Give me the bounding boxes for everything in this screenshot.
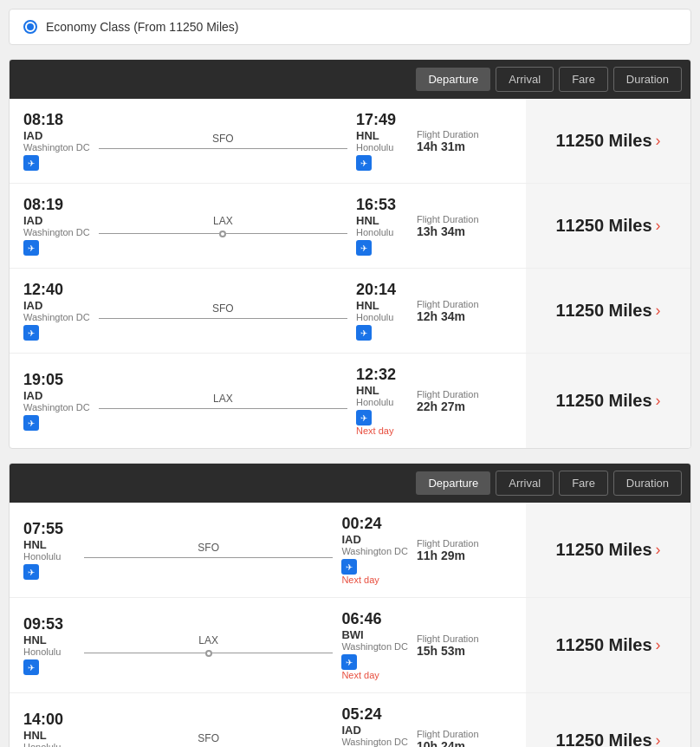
duration-time: 22h 27m xyxy=(417,399,503,413)
airline-icon-arr xyxy=(341,654,357,670)
airline-icon-arr xyxy=(356,155,372,171)
duration-label: Flight Duration xyxy=(417,299,503,309)
duration-label: Flight Duration xyxy=(417,729,503,739)
miles-value: 11250 Miles xyxy=(555,216,651,236)
dep-city: Washington DC xyxy=(23,402,90,412)
miles-block[interactable]: 11250 Miles › xyxy=(526,184,690,268)
miles-block[interactable]: 11250 Miles › xyxy=(526,354,690,448)
arr-time: 12:32 xyxy=(356,366,408,384)
flight-info: 19:05 IAD Washington DC LAX 12:32 HNL Ho… xyxy=(10,354,526,448)
miles-block[interactable]: 11250 Miles › xyxy=(526,269,690,353)
arrival-block: 05:24 IAD Washington DC Next day xyxy=(341,705,408,747)
miles-value: 11250 Miles xyxy=(555,731,651,747)
miles-block[interactable]: 11250 Miles › xyxy=(526,693,690,747)
next-day-badge: Next day xyxy=(341,575,408,585)
dep-time: 07:55 xyxy=(23,520,75,538)
route-middle: SFO xyxy=(90,302,356,319)
sort-btn-duration[interactable]: Duration xyxy=(613,471,682,496)
arr-code: IAD xyxy=(341,724,408,737)
airline-icon-dep xyxy=(23,240,39,256)
miles-value: 11250 Miles xyxy=(555,301,651,321)
arr-time: 20:14 xyxy=(356,281,408,299)
route-middle: SFO xyxy=(75,542,341,558)
miles-arrow-icon: › xyxy=(656,302,661,320)
arrival-block: 12:32 HNL Honolulu Next day xyxy=(356,366,408,436)
arr-city: Honolulu xyxy=(356,227,408,237)
next-day-badge: Next day xyxy=(341,670,408,680)
duration-block: Flight Duration 22h 27m xyxy=(408,389,512,413)
sort-btn-fare[interactable]: Fare xyxy=(559,67,608,92)
departure-block: 19:05 IAD Washington DC xyxy=(23,371,90,431)
dep-code: HNL xyxy=(23,633,75,646)
via-airport: SFO xyxy=(212,133,234,145)
dep-time: 08:18 xyxy=(23,111,90,129)
flight-row: 07:55 HNL Honolulu SFO 00:24 IAD Washing… xyxy=(10,503,690,598)
flight-row: 12:40 IAD Washington DC SFO 20:14 HNL Ho… xyxy=(10,269,690,354)
flight-row: 08:19 IAD Washington DC LAX 16:53 HNL Ho… xyxy=(10,184,690,269)
duration-label: Flight Duration xyxy=(417,129,503,140)
duration-time: 10h 24m xyxy=(417,739,503,748)
arr-code: HNL xyxy=(356,214,408,227)
departure-block: 14:00 HNL Honolulu xyxy=(23,711,75,747)
duration-label: Flight Duration xyxy=(417,214,503,224)
flight-info: 08:19 IAD Washington DC LAX 16:53 HNL Ho… xyxy=(10,184,526,268)
flight-info: 14:00 HNL Honolulu SFO 05:24 IAD Washing… xyxy=(10,693,526,747)
section-header: DepartureArrivalFareDuration xyxy=(10,464,690,503)
via-airport: SFO xyxy=(212,302,234,315)
departure-block: 07:55 HNL Honolulu xyxy=(23,520,75,580)
dep-city: Washington DC xyxy=(23,227,90,237)
airline-icon-arr xyxy=(356,325,372,341)
miles-arrow-icon: › xyxy=(656,217,661,235)
route-line-full xyxy=(99,318,347,319)
miles-block[interactable]: 11250 Miles › xyxy=(526,99,690,183)
arr-time: 05:24 xyxy=(341,705,408,724)
sort-btn-arrival[interactable]: Arrival xyxy=(496,471,554,496)
dep-time: 12:40 xyxy=(23,281,90,299)
miles-value: 11250 Miles xyxy=(555,540,651,560)
duration-label: Flight Duration xyxy=(417,538,503,549)
route-middle: LAX xyxy=(75,634,341,657)
arr-city: Honolulu xyxy=(356,397,408,407)
sort-btn-departure[interactable]: Departure xyxy=(416,68,490,91)
route-line xyxy=(99,231,347,237)
economy-radio[interactable] xyxy=(23,20,37,34)
dep-time: 19:05 xyxy=(23,371,90,389)
sort-btn-arrival[interactable]: Arrival xyxy=(496,67,554,92)
duration-block: Flight Duration 11h 29m xyxy=(408,538,512,562)
sort-btn-fare[interactable]: Fare xyxy=(559,471,608,496)
economy-class-bar[interactable]: Economy Class (From 11250 Miles) xyxy=(9,9,691,45)
route-line-full xyxy=(99,148,347,149)
miles-block[interactable]: 11250 Miles › xyxy=(526,503,690,597)
arr-time: 16:53 xyxy=(356,196,408,214)
arr-city: Honolulu xyxy=(356,312,408,322)
flight-info: 08:18 IAD Washington DC SFO 17:49 HNL Ho… xyxy=(10,99,526,183)
via-airport: LAX xyxy=(213,393,233,405)
next-day-badge: Next day xyxy=(356,425,408,436)
departure-block: 08:18 IAD Washington DC xyxy=(23,111,90,171)
line-left xyxy=(84,653,205,653)
dep-code: IAD xyxy=(23,214,90,227)
dep-code: IAD xyxy=(23,389,90,402)
arr-time: 17:49 xyxy=(356,111,408,129)
line-right xyxy=(226,233,347,234)
duration-time: 13h 34m xyxy=(417,224,503,238)
airline-icon-dep xyxy=(23,659,39,675)
departure-block: 08:19 IAD Washington DC xyxy=(23,196,90,256)
miles-block[interactable]: 11250 Miles › xyxy=(526,598,690,692)
miles-value: 11250 Miles xyxy=(555,131,651,151)
sort-btn-departure[interactable]: Departure xyxy=(416,471,490,495)
arr-code: BWI xyxy=(341,628,408,641)
dep-time: 14:00 xyxy=(23,711,75,729)
duration-block: Flight Duration 14h 31m xyxy=(408,129,512,153)
arr-city: Honolulu xyxy=(356,142,408,153)
section-header: DepartureArrivalFareDuration xyxy=(10,60,690,99)
duration-time: 14h 31m xyxy=(417,140,503,153)
sort-btn-duration[interactable]: Duration xyxy=(613,67,682,92)
duration-block: Flight Duration 10h 24m xyxy=(408,729,512,748)
flight-row: 08:18 IAD Washington DC SFO 17:49 HNL Ho… xyxy=(10,99,690,184)
flight-row: 19:05 IAD Washington DC LAX 12:32 HNL Ho… xyxy=(10,354,690,448)
flight-row: 14:00 HNL Honolulu SFO 05:24 IAD Washing… xyxy=(10,693,690,747)
via-airport: SFO xyxy=(198,542,219,554)
arr-city: Washington DC xyxy=(341,737,408,747)
dep-code: IAD xyxy=(23,299,90,312)
